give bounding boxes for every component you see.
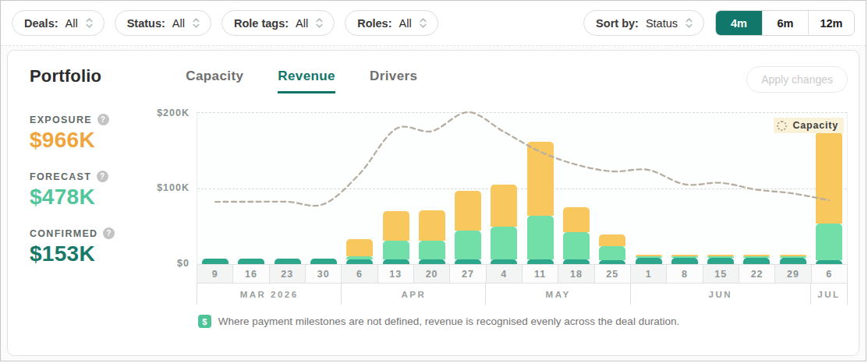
- stacked-bar: [310, 259, 337, 264]
- y-axis: $200K $100K $0: [153, 112, 197, 264]
- bar-segment-forecast: [599, 246, 625, 260]
- stacked-bar: [816, 132, 842, 264]
- bar-column: [558, 112, 594, 264]
- range-button-6m[interactable]: 6m: [762, 11, 808, 35]
- bar-column: [233, 112, 269, 264]
- filter-deals-value: All: [66, 17, 78, 30]
- footnote: $ Where payment milestones are not defin…: [30, 315, 848, 328]
- filter-status-value: All: [172, 17, 185, 30]
- tab-capacity[interactable]: Capacity: [186, 69, 243, 93]
- stacked-bar: [780, 255, 806, 264]
- legend-capacity[interactable]: Capacity: [774, 118, 844, 133]
- stacked-bar: [346, 239, 373, 264]
- stat-forecast: FORECAST ? $478K: [30, 171, 153, 210]
- chevron-updown-icon: [685, 17, 693, 29]
- stat-exposure: EXPOSURE ? $966K: [30, 114, 153, 153]
- x-axis-month: MAY: [486, 284, 630, 305]
- x-axis-date: 22: [739, 265, 775, 283]
- filter-role-tags[interactable]: Role tags:All: [221, 10, 335, 36]
- x-axis-date: 29: [775, 265, 811, 283]
- filter-roles-value: All: [399, 17, 411, 30]
- chevron-updown-icon: [315, 17, 324, 29]
- x-axis-date: 25: [595, 265, 631, 283]
- bar-segment-confirmed: [202, 259, 229, 264]
- filter-status[interactable]: Status:All: [115, 10, 211, 36]
- x-axis-month: MAR 2026: [197, 284, 342, 305]
- bar-column: [775, 112, 811, 264]
- bar-segment-confirmed: [563, 259, 590, 264]
- stat-confirmed-header: CONFIRMED ?: [30, 227, 153, 239]
- sort-by-dropdown[interactable]: Sort by:Status: [583, 10, 704, 36]
- bar-column: [342, 112, 377, 264]
- x-axis-dates: 916233061320274111825181522296: [197, 264, 848, 284]
- y-tick-200k: $200K: [157, 107, 190, 118]
- x-axis-date: 23: [270, 265, 306, 283]
- bar-segment-confirmed: [455, 259, 481, 264]
- page-title: Portfolio: [30, 66, 101, 86]
- chevron-updown-icon: [85, 17, 94, 29]
- bar-segment-confirmed: [275, 259, 301, 264]
- help-icon[interactable]: ?: [103, 227, 115, 239]
- top-toolbar: Deals:All Status:All Role tags:All Roles…: [1, 1, 866, 46]
- bar-column: [197, 112, 233, 264]
- x-axis-date: 15: [703, 265, 739, 283]
- filter-deals[interactable]: Deals:All: [12, 10, 105, 36]
- x-axis-date: 9: [197, 265, 233, 283]
- x-axis-date: 13: [378, 265, 414, 283]
- x-axis-date: 27: [450, 265, 486, 283]
- bar-segment-exposure: [527, 142, 554, 216]
- x-axis-date: 16: [233, 265, 269, 283]
- x-axis-date: 11: [523, 265, 558, 283]
- stacked-bar: [383, 211, 409, 264]
- bar-column: [703, 112, 739, 264]
- bar-column: [811, 112, 847, 264]
- filter-group: Deals:All Status:All Role tags:All Roles…: [12, 10, 438, 36]
- bar-segment-forecast: [455, 231, 481, 259]
- plot-wrap: $200K $100K $0 Capacity: [153, 112, 848, 264]
- chevron-updown-icon: [192, 17, 200, 29]
- bar-column: [377, 112, 413, 264]
- stacked-bar: [599, 234, 625, 264]
- filter-role-tags-value: All: [296, 17, 308, 30]
- apply-changes-button[interactable]: Apply changes: [746, 66, 848, 93]
- bar-column: [270, 112, 306, 264]
- stacked-bar: [238, 259, 264, 264]
- bar-segment-confirmed: [816, 260, 842, 264]
- plot-area: Capacity: [197, 112, 848, 264]
- stat-forecast-header: FORECAST ?: [30, 171, 153, 182]
- bar-column: [306, 112, 342, 264]
- help-icon[interactable]: ?: [97, 171, 108, 182]
- stat-exposure-value: $966K: [30, 128, 153, 153]
- x-axis-date: 30: [306, 265, 342, 283]
- x-axis-date: 20: [414, 265, 450, 283]
- filter-roles[interactable]: Roles:All: [345, 10, 438, 36]
- stat-exposure-header: EXPOSURE ?: [30, 114, 153, 125]
- bar-segment-confirmed: [419, 259, 445, 264]
- stacked-bar: [419, 210, 445, 264]
- bar-segment-exposure: [346, 239, 373, 256]
- bar-segment-confirmed: [671, 258, 698, 264]
- bar-segment-confirmed: [599, 260, 625, 264]
- stat-confirmed-label: CONFIRMED: [30, 228, 97, 239]
- panel-content: EXPOSURE ? $966K FORECAST ? $478K CONFIR…: [30, 106, 848, 305]
- revenue-chart: $200K $100K $0 Capacity: [153, 106, 848, 305]
- x-axis-month: JUN: [631, 284, 811, 305]
- tab-revenue[interactable]: Revenue: [278, 69, 335, 93]
- bar-segment-exposure: [383, 211, 409, 241]
- bar-segment-forecast: [419, 241, 445, 259]
- toolbar-right-controls: Sort by:Status 4m 6m 12m: [583, 10, 855, 36]
- x-axis-date: 4: [487, 265, 523, 283]
- tab-drivers[interactable]: Drivers: [370, 69, 417, 93]
- range-button-4m[interactable]: 4m: [716, 11, 762, 35]
- bar-segment-forecast: [527, 216, 554, 259]
- chevron-updown-icon: [419, 17, 427, 29]
- stacked-bar: [455, 191, 481, 264]
- x-axis-date: 6: [812, 265, 848, 283]
- bar-segment-confirmed: [743, 258, 770, 264]
- bar-segment-forecast: [491, 227, 517, 259]
- bar-segment-exposure: [563, 207, 590, 232]
- bar-segment-forecast: [563, 232, 590, 259]
- range-button-12m[interactable]: 12m: [808, 11, 854, 35]
- bar-segment-confirmed: [707, 258, 734, 264]
- help-icon[interactable]: ?: [97, 114, 109, 125]
